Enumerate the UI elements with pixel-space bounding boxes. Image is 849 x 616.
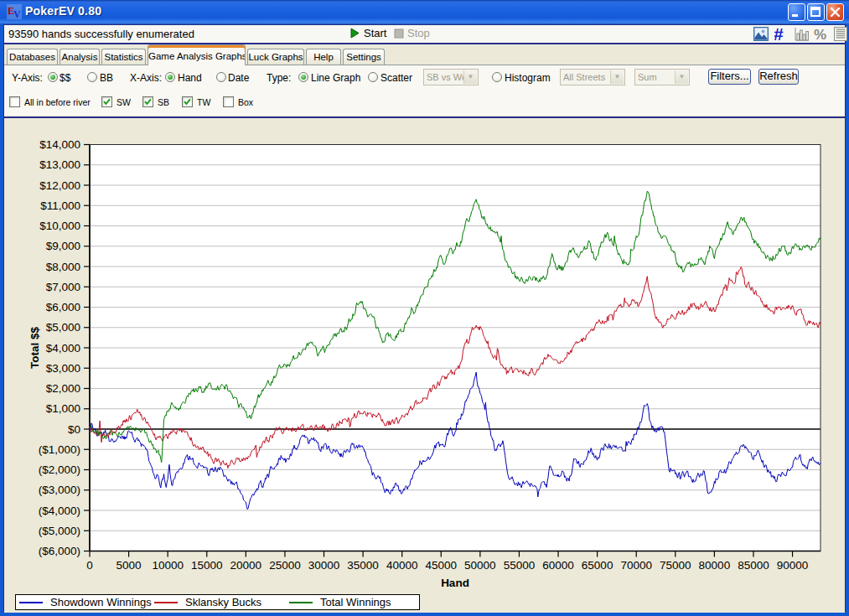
svg-text:0: 0 [86,559,93,572]
chevron-down-icon: ▼ [463,70,477,84]
filters-button[interactable]: Filters... [708,69,751,85]
histogram-icon[interactable] [795,27,810,41]
svg-text:30000: 30000 [308,559,340,572]
svg-text:#: # [774,27,784,41]
chevron-down-icon: ▼ [675,70,688,84]
svg-text:10000: 10000 [152,559,184,572]
minimize-icon [789,4,805,20]
svg-text:Total $$: Total $$ [28,327,41,370]
start-button[interactable]: Start [349,27,386,39]
sb-vs-combo-value: SB vs Wo [427,72,467,82]
radio-y-dollars[interactable] [48,72,58,82]
tab-statistics[interactable]: Statistics [101,49,146,65]
maximize-icon [808,4,824,20]
app-window: E V PokerEV 0.80 93590 hands successfull… [0,0,849,616]
svg-text:$7,000: $7,000 [46,281,80,293]
svg-text:V: V [13,8,21,19]
legend-swatch-total-winnings [289,602,313,603]
status-bar: 93590 hands successfully enumerated Star… [4,25,845,44]
svg-text:50000: 50000 [464,559,496,572]
check-icon [183,97,192,106]
checkbox-sw[interactable] [101,96,112,107]
tab-luck-graphs[interactable]: Luck Graphs [247,49,304,65]
picture-icon[interactable] [753,27,769,41]
radio-x-date[interactable] [216,72,226,82]
tab-strip: DatabasesAnalysisStatisticsGame Analysis… [4,44,845,65]
radio-scatter[interactable] [368,72,378,82]
radio-y-dollars-label[interactable]: $$ [60,72,70,84]
stop-button[interactable]: Stop [394,27,430,39]
tab-help[interactable]: Help [306,49,341,65]
client-area: 93590 hands successfully enumerated Star… [3,24,846,612]
tab-databases[interactable]: Databases [7,49,58,65]
legend-swatch-showdown-winnings [19,602,43,603]
checkbox-all-in-before-river[interactable] [9,96,20,107]
graph-options-panel: Y-Axis: $$ BB X-Axis: Hand Date Type: Li… [4,65,845,116]
svg-text:$13,000: $13,000 [39,158,80,171]
svg-text:$0: $0 [68,423,80,436]
radio-x-hand-label[interactable]: Hand [178,72,202,84]
checkbox-box-label[interactable]: Box [238,97,253,107]
start-icon [349,28,360,39]
report-icon[interactable] [833,27,848,41]
checkbox-sb-label[interactable]: SB [158,97,169,107]
tab-game-analysis-graphs[interactable]: Game Analysis Graphs [148,44,246,65]
title-bar: E V PokerEV 0.80 [0,0,849,24]
sb-vs-combo[interactable]: SB vs Wo ▼ [423,69,479,85]
svg-text:($2,000): ($2,000) [39,463,80,476]
refresh-button[interactable]: Refresh [758,69,799,85]
checkbox-tw[interactable] [182,96,193,107]
svg-text:15000: 15000 [191,559,223,572]
close-icon [827,4,843,20]
svg-text:$3,000: $3,000 [46,362,80,375]
legend-label-showdown-winnings: Showdown Winnings [50,596,152,608]
svg-text:$9,000: $9,000 [46,240,80,252]
streets-combo[interactable]: All Streets ▼ [560,69,625,85]
agg-combo[interactable]: Sum ▼ [634,69,690,85]
svg-text:($4,000): ($4,000) [39,505,80,517]
radio-y-bb-label[interactable]: BB [100,72,113,84]
svg-text:$6,000: $6,000 [46,301,80,313]
minimize-button[interactable] [788,3,805,21]
radio-y-bb[interactable] [87,72,97,82]
tab-settings[interactable]: Settings [343,49,385,65]
svg-text:80000: 80000 [699,559,731,572]
legend-swatch-sklansky-bucks [154,602,178,603]
radio-histogram[interactable] [492,72,502,82]
checkbox-sw-label[interactable]: SW [116,97,131,107]
close-button[interactable] [826,3,844,21]
y-axis-label: Y-Axis: [12,72,43,84]
streets-combo-value: All Streets [563,72,605,82]
svg-text:55000: 55000 [504,559,536,572]
maximize-button[interactable] [807,3,825,21]
radio-x-hand[interactable] [165,72,175,82]
svg-text:20000: 20000 [230,559,262,572]
tab-analysis[interactable]: Analysis [60,49,100,65]
radio-x-date-label[interactable]: Date [228,72,249,84]
radio-line-graph-label[interactable]: Line Graph [311,72,360,84]
chart-panel: ($6,000)($5,000)($4,000)($3,000)($2,000)… [4,116,845,613]
stop-label: Stop [407,27,430,39]
svg-text:($5,000): ($5,000) [39,525,80,537]
type-label: Type: [267,72,291,84]
percent-icon[interactable]: % [814,27,829,41]
checkbox-all-in-before-river-label[interactable]: All in before river [24,97,91,107]
checkbox-box[interactable] [223,96,234,107]
window-title: PokerEV 0.80 [25,4,101,18]
svg-text:$11,000: $11,000 [40,199,80,212]
hash-icon[interactable]: # [774,27,789,41]
svg-text:$1,000: $1,000 [46,402,80,415]
checkbox-sb[interactable] [142,96,153,107]
svg-text:75000: 75000 [660,559,691,572]
app-icon: E V [7,4,22,19]
legend-label-total-winnings: Total Winnings [320,596,391,608]
radio-histogram-label[interactable]: Histogram [505,72,551,84]
stop-icon [394,28,404,39]
svg-text:($6,000): ($6,000) [39,545,80,557]
checkbox-tw-label[interactable]: TW [197,97,210,107]
svg-text:60000: 60000 [542,559,574,572]
radio-line-graph[interactable] [298,72,308,82]
radio-scatter-label[interactable]: Scatter [380,72,412,84]
svg-text:5000: 5000 [116,559,142,572]
legend-label-sklansky-bucks: Sklansky Bucks [185,596,261,608]
